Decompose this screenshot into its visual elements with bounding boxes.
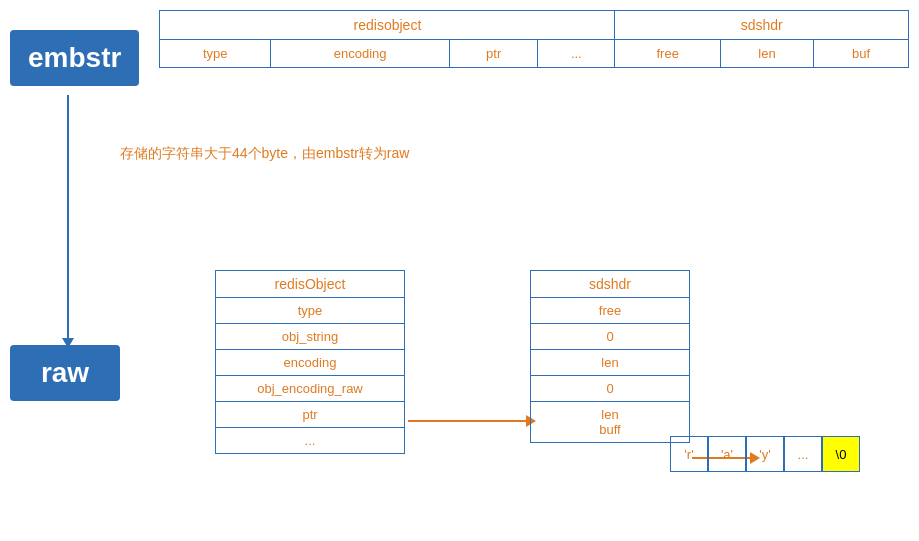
arrow-embstr-to-raw [67, 95, 69, 340]
ptr-label: ptr [216, 402, 405, 428]
free-value: 0 [531, 324, 690, 350]
top-section: embstr redisobject sdshdr type encoding … [10, 10, 909, 68]
buf-cell-a: 'a' [708, 436, 746, 472]
buf-array: 'r' 'a' 'y' ... \0 [670, 436, 860, 472]
sds-table: sdshdr free 0 len 0 lenbuff [530, 270, 690, 443]
buf-cell-r: 'r' [670, 436, 708, 472]
redisobject-header: redisobject [160, 11, 615, 40]
free-label: free [531, 298, 690, 324]
top-table: redisobject sdshdr type encoding ptr ...… [159, 10, 909, 68]
col-type: type [160, 40, 271, 68]
obj-string-label: obj_string [216, 324, 405, 350]
arrow-ptr-to-sds [408, 420, 528, 422]
type-label: type [216, 298, 405, 324]
col-dots: ... [538, 40, 615, 68]
sds-header: sdshdr [531, 271, 690, 298]
buf-cell-y: 'y' [746, 436, 784, 472]
dots-label: ... [216, 428, 405, 454]
len-label: len [531, 350, 690, 376]
col-len: len [720, 40, 813, 68]
sdshdr-header: sdshdr [615, 11, 909, 40]
len-value: 0 [531, 376, 690, 402]
top-table-wrapper: redisobject sdshdr type encoding ptr ...… [159, 10, 909, 68]
buf-cell-dots: ... [784, 436, 822, 472]
col-free: free [615, 40, 720, 68]
redis-object-header: redisObject [216, 271, 405, 298]
encoding-label: encoding [216, 350, 405, 376]
col-ptr: ptr [450, 40, 538, 68]
col-buf: buf [814, 40, 909, 68]
buf-cell-null: \0 [822, 436, 860, 472]
buff-label: lenbuff [531, 402, 690, 443]
raw-box: raw [10, 345, 120, 401]
col-encoding: encoding [271, 40, 450, 68]
redis-object-table: redisObject type obj_string encoding obj… [215, 270, 405, 454]
obj-encoding-raw-label: obj_encoding_raw [216, 376, 405, 402]
embstr-box: embstr [10, 30, 139, 86]
annotation-text: 存储的字符串大于44个byte，由embstr转为raw [120, 145, 409, 163]
